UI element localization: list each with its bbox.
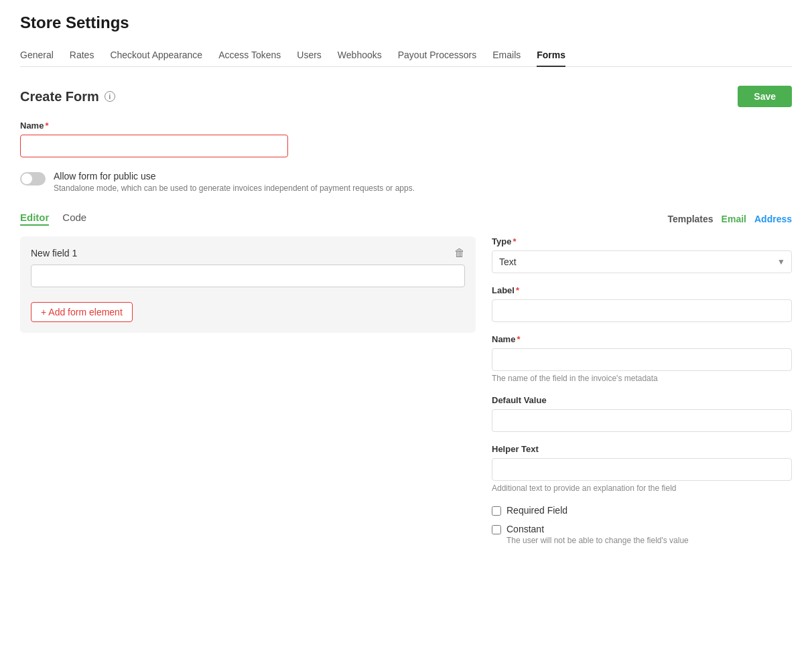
label-required-star: * — [516, 285, 519, 295]
field-card-header: New field 1 🗑 — [31, 247, 465, 259]
editor-panel: New field 1 🗑 + Add form element — [20, 236, 476, 333]
editor-tab-group: Editor Code — [20, 212, 86, 226]
name-prop-label: Name* — [492, 334, 792, 344]
tab-emails[interactable]: Emails — [492, 44, 521, 67]
helper-text-group: Helper Text Additional text to provide a… — [492, 444, 792, 493]
name-property-group: Name* newField1 The name of the field in… — [492, 334, 792, 383]
main-layout: New field 1 🗑 + Add form element Type* T… — [20, 236, 792, 553]
editor-tab-editor[interactable]: Editor — [20, 212, 49, 226]
type-select-wrapper: Text Number Email Checkbox Dropdown ▼ — [492, 250, 792, 273]
name-prop-hint: The name of the field in the invoice's m… — [492, 374, 792, 383]
helper-text-hint: Additional text to provide an explanatio… — [492, 484, 792, 493]
name-prop-input[interactable]: newField1 — [492, 348, 792, 371]
templates-link[interactable]: Templates — [667, 214, 713, 224]
public-use-toggle-row: Allow form for public use Standalone mod… — [20, 171, 792, 193]
label-input[interactable]: New field 1 — [492, 299, 792, 322]
default-value-label: Default Value — [492, 395, 792, 405]
section-header: Create Form i Save — [20, 86, 792, 107]
section-title: Create Form i — [20, 89, 115, 104]
tab-payout-processors[interactable]: Payout Processors — [398, 44, 477, 67]
helper-text-input[interactable] — [492, 458, 792, 481]
required-field-label[interactable]: Required Field — [506, 505, 567, 516]
required-field-checkbox[interactable] — [492, 506, 501, 516]
name-input[interactable] — [20, 135, 288, 157]
toggle-subtitle: Standalone mode, which can be used to ge… — [54, 183, 415, 193]
field-card-label: New field 1 — [31, 248, 77, 258]
field-preview-input[interactable] — [31, 265, 465, 287]
name-prop-required-star: * — [517, 334, 520, 344]
add-form-element-button[interactable]: + Add form element — [31, 302, 133, 322]
page-title: Store Settings — [20, 13, 792, 32]
tab-access-tokens[interactable]: Access Tokens — [218, 44, 281, 67]
type-required-star: * — [513, 236, 516, 246]
name-label: Name* — [20, 121, 288, 131]
template-links: Templates Email Address — [667, 214, 792, 224]
label-field-group: Label* New field 1 — [492, 285, 792, 322]
info-icon: i — [105, 91, 115, 102]
name-required-star: * — [45, 121, 48, 131]
default-value-group: Default Value — [492, 395, 792, 432]
delete-field-icon[interactable]: 🗑 — [454, 247, 465, 259]
properties-panel: Type* Text Number Email Checkbox Dropdow… — [492, 236, 792, 553]
helper-text-label: Helper Text — [492, 444, 792, 454]
tab-webhooks[interactable]: Webhooks — [338, 44, 382, 67]
tab-general[interactable]: General — [20, 44, 54, 67]
editor-tabs-row: Editor Code Templates Email Address — [20, 212, 792, 226]
constant-row: Constant The user will not be able to ch… — [492, 524, 792, 545]
name-field-group: Name* — [20, 121, 288, 157]
type-label: Type* — [492, 236, 792, 246]
tab-checkout-appearance[interactable]: Checkout Appearance — [110, 44, 202, 67]
type-select[interactable]: Text Number Email Checkbox Dropdown — [492, 250, 792, 273]
label-label: Label* — [492, 285, 792, 295]
public-use-toggle[interactable] — [20, 172, 46, 186]
nav-tabs: General Rates Checkout Appearance Access… — [20, 44, 792, 67]
tab-forms[interactable]: Forms — [537, 44, 565, 67]
default-value-input[interactable] — [492, 409, 792, 432]
constant-subtitle: The user will not be able to change the … — [506, 536, 689, 545]
constant-text: Constant The user will not be able to ch… — [506, 524, 689, 545]
required-field-row: Required Field — [492, 505, 792, 516]
editor-tab-code[interactable]: Code — [62, 212, 86, 226]
email-link[interactable]: Email — [722, 214, 746, 224]
tab-rates[interactable]: Rates — [70, 44, 94, 67]
toggle-slider — [20, 172, 46, 186]
constant-checkbox[interactable] — [492, 525, 501, 534]
constant-label[interactable]: Constant — [506, 524, 544, 534]
address-link[interactable]: Address — [754, 214, 792, 224]
tab-users[interactable]: Users — [297, 44, 322, 67]
toggle-text: Allow form for public use Standalone mod… — [54, 171, 415, 193]
type-field-group: Type* Text Number Email Checkbox Dropdow… — [492, 236, 792, 273]
field-card: New field 1 🗑 — [31, 247, 465, 287]
save-button[interactable]: Save — [738, 86, 792, 107]
toggle-title: Allow form for public use — [54, 171, 415, 181]
